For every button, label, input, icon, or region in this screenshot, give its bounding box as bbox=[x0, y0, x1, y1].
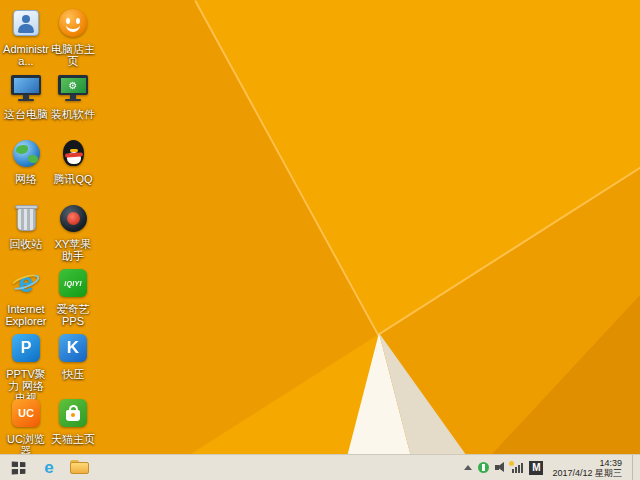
icon-label: 这台电脑 bbox=[3, 108, 49, 120]
globe-icon bbox=[9, 136, 43, 170]
icon-label: 电脑店主页 bbox=[50, 43, 96, 67]
desktop-icon-this-pc[interactable]: 这台电脑 bbox=[3, 71, 49, 120]
ie-icon: e bbox=[9, 266, 43, 300]
safety-tray-icon[interactable] bbox=[478, 462, 489, 473]
uc-browser-icon: UC bbox=[9, 396, 43, 430]
setup-monitor-icon bbox=[56, 71, 90, 105]
start-button[interactable] bbox=[4, 455, 34, 480]
network-warning-dot bbox=[509, 461, 514, 466]
windows-logo-icon bbox=[12, 461, 26, 474]
tray-time: 14:39 bbox=[552, 458, 622, 468]
shopping-bag-icon bbox=[56, 396, 90, 430]
desktop-icon-recycle-bin[interactable]: 回收站 bbox=[3, 201, 49, 250]
input-method-indicator[interactable]: M bbox=[529, 461, 543, 475]
icon-label: 天猫主页 bbox=[50, 433, 96, 445]
iqiyi-icon: iQIYI bbox=[56, 266, 90, 300]
icon-label: 快压 bbox=[50, 368, 96, 380]
system-tray: M 14:39 2017/4/12 星期三 bbox=[464, 455, 640, 480]
desktop-icon-diannaodian-home[interactable]: 电脑店主页 bbox=[50, 6, 96, 67]
desktop-icon-administrator[interactable]: Administra... bbox=[3, 6, 49, 67]
desktop-icon-tmall-home[interactable]: 天猫主页 bbox=[50, 396, 96, 445]
desktop-icon-xy-apple-assistant[interactable]: XY苹果助手 bbox=[50, 201, 96, 262]
xy-assistant-icon bbox=[56, 201, 90, 235]
computer-icon bbox=[9, 71, 43, 105]
taskbar-explorer-button[interactable] bbox=[64, 455, 94, 480]
clock[interactable]: 14:39 2017/4/12 星期三 bbox=[552, 458, 622, 478]
icon-label: 回收站 bbox=[3, 238, 49, 250]
desktop: Administra... 这台电脑 网络 回收站 e Internet Exp… bbox=[0, 0, 640, 480]
icon-label: 腾讯QQ bbox=[50, 173, 96, 185]
wallpaper bbox=[0, 0, 640, 480]
qq-penguin-icon bbox=[56, 136, 90, 170]
taskbar-ie-button[interactable]: e bbox=[34, 455, 64, 480]
icon-label: XY苹果助手 bbox=[50, 238, 96, 262]
icon-label: 爱奇艺PPS bbox=[50, 303, 96, 327]
desktop-icon-iqiyi-pps[interactable]: iQIYI 爱奇艺PPS bbox=[50, 266, 96, 327]
trash-icon bbox=[9, 201, 43, 235]
desktop-icon-tencent-qq[interactable]: 腾讯QQ bbox=[50, 136, 96, 185]
volume-icon[interactable] bbox=[495, 462, 506, 473]
k-letter-icon: K bbox=[56, 331, 90, 365]
icon-label: 网络 bbox=[3, 173, 49, 185]
desktop-icon-kuaiya[interactable]: K 快压 bbox=[50, 331, 96, 380]
taskbar: e M 14:39 2017/4/12 星期三 bbox=[0, 454, 640, 480]
hidden-icons-button[interactable] bbox=[464, 465, 472, 470]
desktop-icon-uc-browser[interactable]: UC UC浏览器 bbox=[3, 396, 49, 457]
icon-label: 装机软件 bbox=[50, 108, 96, 120]
network-icon[interactable] bbox=[512, 462, 523, 473]
smiley-icon bbox=[56, 6, 90, 40]
icon-label: Internet Explorer bbox=[3, 303, 49, 327]
pptv-icon: P bbox=[9, 331, 43, 365]
show-desktop-button[interactable] bbox=[632, 455, 638, 480]
user-files-icon bbox=[9, 6, 43, 40]
ie-icon: e bbox=[44, 458, 53, 478]
file-explorer-icon bbox=[70, 460, 89, 475]
desktop-icon-internet-explorer[interactable]: e Internet Explorer bbox=[3, 266, 49, 327]
desktop-icon-pptv[interactable]: P PPTV聚力 网络电视 bbox=[3, 331, 49, 404]
tray-date: 2017/4/12 星期三 bbox=[552, 468, 622, 478]
desktop-icon-setup-software[interactable]: 装机软件 bbox=[50, 71, 96, 120]
icon-label: Administra... bbox=[3, 43, 49, 67]
desktop-icon-network[interactable]: 网络 bbox=[3, 136, 49, 185]
